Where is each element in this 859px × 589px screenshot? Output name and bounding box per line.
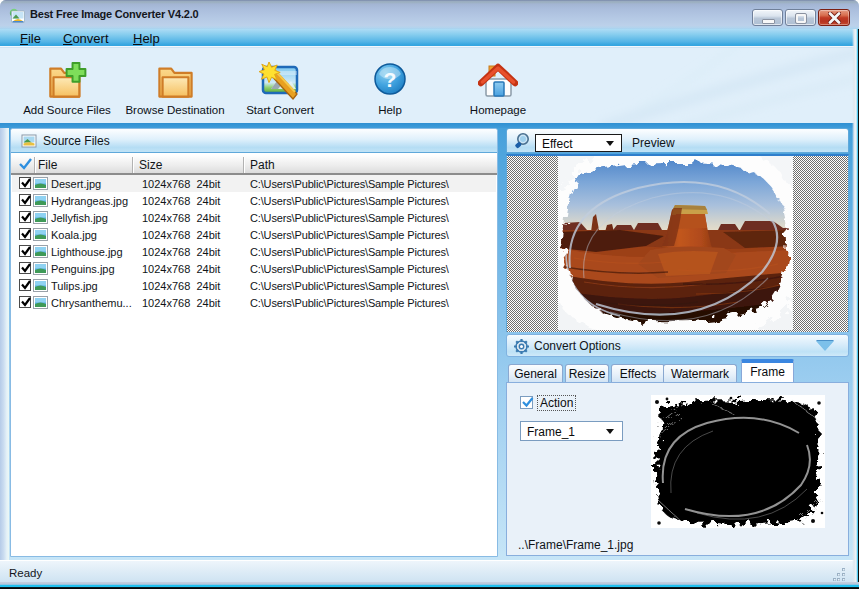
svg-text:?: ?	[384, 68, 397, 91]
